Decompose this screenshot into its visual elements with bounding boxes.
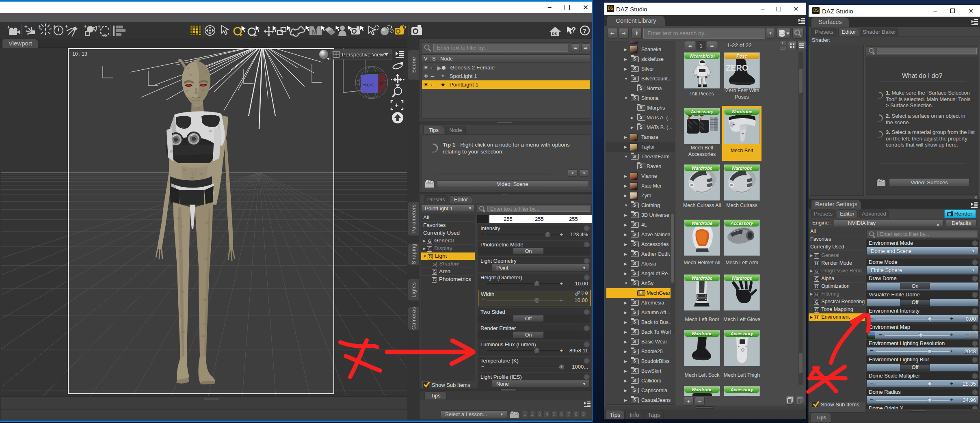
svg-text:+: +: [65, 23, 68, 29]
svg-text:?: ?: [571, 26, 576, 34]
svg-text:+: +: [97, 23, 101, 29]
svg-text:M: M: [312, 29, 317, 36]
svg-text:R: R: [380, 81, 383, 86]
svg-text:DS: DS: [552, 32, 557, 36]
svg-text:10 : 13: 10 : 13: [72, 51, 87, 57]
svg-text:?: ?: [583, 27, 586, 34]
svg-text:Front: Front: [362, 82, 374, 88]
svg-text:+: +: [38, 23, 41, 29]
svg-text:+: +: [24, 24, 28, 30]
svg-text:ZERO: ZERO: [726, 63, 749, 72]
svg-text:Perspective View: Perspective View: [342, 52, 384, 58]
svg-text:+: +: [84, 23, 87, 29]
